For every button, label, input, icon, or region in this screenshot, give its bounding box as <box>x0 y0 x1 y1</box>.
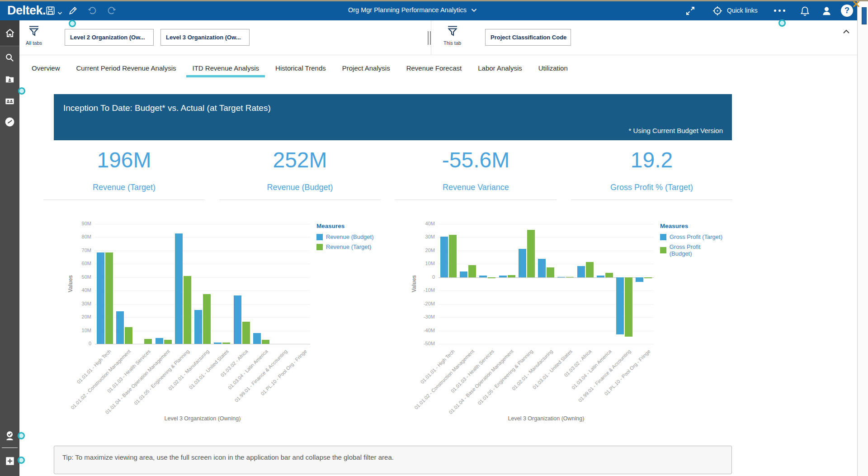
gridline <box>95 304 310 305</box>
bar-revenue-budget-[interactable] <box>116 311 124 344</box>
search-icon[interactable] <box>0 48 19 67</box>
bar-revenue-budget-[interactable] <box>175 233 183 344</box>
bar-gross-profit-budget-[interactable] <box>625 277 632 337</box>
tab-overview[interactable]: Overview <box>32 55 60 77</box>
target-icon[interactable] <box>712 5 723 18</box>
notifications-bell-icon[interactable] <box>799 5 811 19</box>
tab-current-period-revenue-analysis[interactable]: Current Period Revenue Analysis <box>76 55 176 77</box>
all-tabs-filter-button[interactable]: All tabs <box>26 25 42 46</box>
scrollbar-thumb[interactable] <box>862 7 867 24</box>
bar-revenue-target-[interactable] <box>164 340 172 344</box>
bar-gross-profit-target-[interactable] <box>499 276 507 277</box>
tab-itd-revenue-analysis[interactable]: ITD Revenue Analysis <box>192 55 259 77</box>
bar-gross-profit-target-[interactable] <box>440 237 448 277</box>
tab-revenue-forecast[interactable]: Revenue Forecast <box>406 55 462 77</box>
filter-splitter-handle[interactable] <box>428 31 431 45</box>
bar-gross-profit-budget-[interactable] <box>586 262 594 277</box>
bar-revenue-target-[interactable] <box>222 343 230 344</box>
revenue-budget-vs-target-chart: 90M80M70M60M50M40M30M20M10M001.01.01 - H… <box>63 217 380 430</box>
bar-revenue-target-[interactable] <box>144 339 152 344</box>
y-tick-label: 70M <box>82 248 91 253</box>
contacts-icon[interactable] <box>0 91 19 111</box>
bar-gross-profit-budget-[interactable] <box>449 235 457 277</box>
filter-chip-level3-org[interactable]: Level 3 Organization (Ow... <box>160 29 250 46</box>
approve-user-icon[interactable] <box>0 426 19 446</box>
coach-mark-overflow[interactable] <box>778 19 786 27</box>
bar-revenue-budget-[interactable] <box>194 310 202 344</box>
x-axis-title: Level 3 Organization (Owning) <box>439 415 654 422</box>
edit-pencil-icon[interactable] <box>68 5 78 18</box>
bar-gross-profit-target-[interactable] <box>479 276 487 277</box>
bar-revenue-budget-[interactable] <box>234 295 241 344</box>
bar-gross-profit-budget-[interactable] <box>566 277 574 278</box>
bar-gross-profit-target-[interactable] <box>636 277 643 282</box>
banner-footnote: * Using Current Budget Version <box>629 127 723 134</box>
bar-gross-profit-budget-[interactable] <box>468 265 476 277</box>
bar-gross-profit-budget-[interactable] <box>547 267 554 277</box>
bar-revenue-target-[interactable] <box>242 322 250 344</box>
legend-entry[interactable]: Gross Profit (Target) <box>660 233 723 240</box>
overflow-dots-icon[interactable] <box>774 10 785 12</box>
tab-historical-trends[interactable]: Historical Trends <box>275 55 326 77</box>
legend-entry[interactable]: Gross Profit (Budget) <box>660 243 723 257</box>
bar-revenue-target-[interactable] <box>262 340 269 344</box>
add-plus-icon[interactable] <box>0 451 19 471</box>
filter-chip-project-classification[interactable]: Project Classification Code <box>485 29 571 46</box>
bar-gross-profit-target-[interactable] <box>519 249 526 277</box>
redo-icon[interactable] <box>107 5 117 18</box>
bar-revenue-target-[interactable] <box>184 276 191 344</box>
bar-gross-profit-budget-[interactable] <box>644 277 652 278</box>
quick-links-button[interactable]: Quick links <box>727 7 758 14</box>
legend-entry[interactable]: Revenue (Budget) <box>316 233 374 240</box>
bar-revenue-budget-[interactable] <box>253 333 261 344</box>
y-tick-label: 10M <box>82 328 91 333</box>
tab-labor-analysis[interactable]: Labor Analysis <box>478 55 522 77</box>
home-icon[interactable] <box>0 20 19 46</box>
x-category-label: 01.03.04 - Latin America <box>226 348 269 390</box>
undo-icon[interactable] <box>87 5 97 18</box>
bar-gross-profit-target-[interactable] <box>538 259 546 277</box>
this-tab-filter-button[interactable]: This tab <box>443 25 461 46</box>
collapse-filter-chevron-up-icon[interactable] <box>843 28 850 36</box>
bar-gross-profit-budget-[interactable] <box>488 277 495 278</box>
legend-title: Measures <box>660 223 723 229</box>
user-folder-icon[interactable] <box>0 69 19 89</box>
bar-gross-profit-target-[interactable] <box>616 277 624 335</box>
clock-icon[interactable] <box>0 112 19 132</box>
bar-revenue-target-[interactable] <box>105 252 113 344</box>
save-icon[interactable] <box>45 5 56 18</box>
tab-project-analysis[interactable]: Project Analysis <box>342 55 390 77</box>
save-dropdown-chevron-icon[interactable] <box>57 9 62 17</box>
legend-label: Revenue (Target) <box>326 243 371 250</box>
bar-revenue-budget-[interactable] <box>97 252 104 344</box>
bar-gross-profit-target-[interactable] <box>460 271 467 277</box>
gridline <box>95 237 310 238</box>
this-tab-label: This tab <box>443 40 461 46</box>
coach-mark-edit[interactable] <box>69 20 76 27</box>
bar-gross-profit-target-[interactable] <box>577 266 585 277</box>
fullscreen-icon[interactable] <box>685 5 696 18</box>
bar-gross-profit-target-[interactable] <box>557 277 565 278</box>
deltek-logo: Deltek. <box>7 4 46 18</box>
legend-entry[interactable]: Revenue (Target) <box>316 243 374 250</box>
bar-gross-profit-budget-[interactable] <box>605 273 613 277</box>
kpi-revenue-budget: 252M Revenue (Budget) <box>212 148 388 200</box>
bar-gross-profit-budget-[interactable] <box>527 230 535 277</box>
bar-revenue-budget-[interactable] <box>214 343 222 344</box>
user-icon[interactable] <box>821 5 832 19</box>
tab-utilization[interactable]: Utilization <box>538 55 568 77</box>
bar-gross-profit-target-[interactable] <box>597 276 604 277</box>
coach-mark-sidebar[interactable] <box>18 87 25 95</box>
dashboard-title-menu[interactable]: Org Mgr Planning Performance Analytics <box>348 6 477 14</box>
coach-mark-add[interactable] <box>18 457 25 464</box>
help-icon[interactable] <box>841 5 853 17</box>
tip-text: Tip: To maximize viewing area, use the f… <box>62 453 394 461</box>
bar-revenue-budget-[interactable] <box>156 338 163 344</box>
bar-gross-profit-budget-[interactable] <box>508 275 515 277</box>
bar-revenue-target-[interactable] <box>203 294 211 344</box>
close-x-icon[interactable] <box>853 0 860 10</box>
bar-revenue-target-[interactable] <box>125 327 132 344</box>
filter-chip-level2-org[interactable]: Level 2 Organization (Ow... <box>65 29 154 46</box>
legend-label: Revenue (Budget) <box>326 233 374 240</box>
coach-mark-approve[interactable] <box>18 432 25 439</box>
